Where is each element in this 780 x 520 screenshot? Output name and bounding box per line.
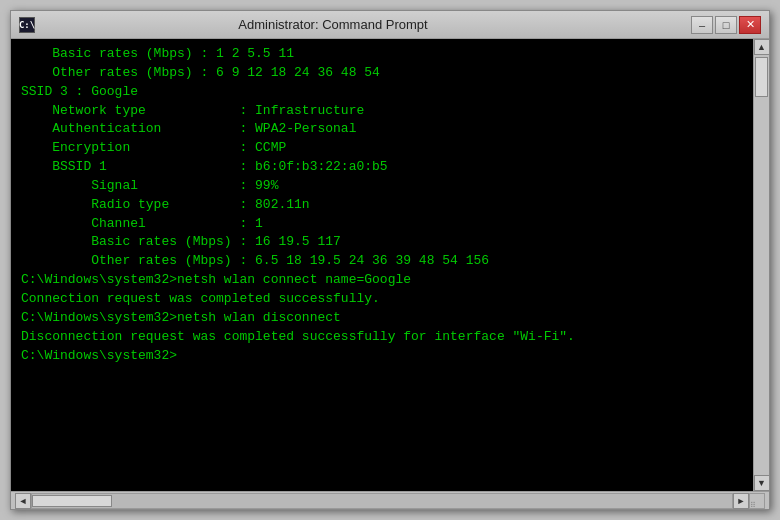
cmd-icon-label: C:\ [19, 20, 35, 30]
scroll-down-arrow[interactable]: ▼ [754, 475, 770, 491]
close-button[interactable]: ✕ [739, 16, 761, 34]
terminal-line: BSSID 1 : b6:0f:b3:22:a0:b5 [21, 158, 743, 177]
terminal-line: Other rates (Mbps) : 6.5 18 19.5 24 36 3… [21, 252, 743, 271]
terminal-line: Encryption : CCMP [21, 139, 743, 158]
window-title: Administrator: Command Prompt [35, 17, 631, 32]
terminal-line: Signal : 99% [21, 177, 743, 196]
title-bar-left: C:\ [19, 17, 35, 33]
terminal-line: Basic rates (Mbps) : 1 2 5.5 11 [21, 45, 743, 64]
maximize-button[interactable]: □ [715, 16, 737, 34]
horizontal-scroll-track[interactable] [31, 493, 733, 509]
scroll-thumb[interactable] [755, 57, 768, 97]
window-controls: – □ ✕ [691, 16, 761, 34]
terminal-line: Connection request was completed success… [21, 290, 743, 309]
scroll-left-arrow[interactable]: ◄ [15, 493, 31, 509]
terminal-line: Channel : 1 [21, 215, 743, 234]
terminal-line: C:\Windows\system32>netsh wlan disconnec… [21, 309, 743, 328]
terminal-line: Basic rates (Mbps) : 16 19.5 117 [21, 233, 743, 252]
scroll-right-arrow[interactable]: ► [733, 493, 749, 509]
horizontal-scrollbar[interactable]: ◄ ► ⠿ [11, 491, 769, 509]
cmd-icon: C:\ [19, 17, 35, 33]
command-prompt-window: C:\ Administrator: Command Prompt – □ ✕ … [10, 10, 770, 510]
terminal-content[interactable]: Basic rates (Mbps) : 1 2 5.5 11 Other ra… [11, 39, 753, 491]
terminal-line: Authentication : WPA2-Personal [21, 120, 743, 139]
terminal-line: Disconnection request was completed succ… [21, 328, 743, 347]
corner-resize: ⠿ [749, 493, 765, 509]
terminal-line: SSID 3 : Google [21, 83, 743, 102]
terminal-line: Network type : Infrastructure [21, 102, 743, 121]
scroll-track[interactable] [754, 55, 769, 475]
terminal-line: C:\Windows\system32>netsh wlan connect n… [21, 271, 743, 290]
scroll-up-arrow[interactable]: ▲ [754, 39, 770, 55]
terminal-line: Radio type : 802.11n [21, 196, 743, 215]
resize-icon: ⠿ [750, 501, 756, 510]
horizontal-scroll-thumb[interactable] [32, 495, 112, 507]
terminal-line: Other rates (Mbps) : 6 9 12 18 24 36 48 … [21, 64, 743, 83]
minimize-button[interactable]: – [691, 16, 713, 34]
terminal-line: C:\Windows\system32> [21, 347, 743, 366]
title-bar: C:\ Administrator: Command Prompt – □ ✕ [11, 11, 769, 39]
vertical-scrollbar[interactable]: ▲ ▼ [753, 39, 769, 491]
terminal-body: Basic rates (Mbps) : 1 2 5.5 11 Other ra… [11, 39, 769, 491]
